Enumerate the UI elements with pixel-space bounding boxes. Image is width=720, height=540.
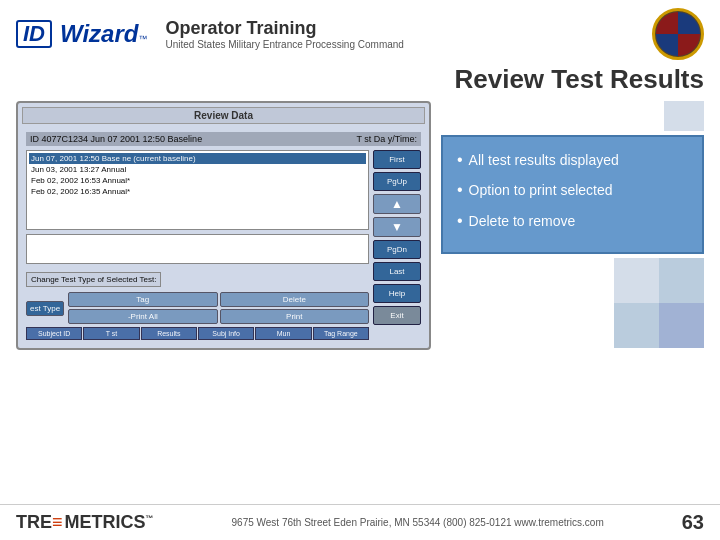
deco-square-top-right	[664, 101, 704, 131]
deco-squares-row2	[441, 303, 704, 348]
sim-id-left: ID 4077C1234 Jun 07 2001 12:50 Baseline	[30, 134, 202, 144]
tab-tag-range[interactable]: Tag Range	[313, 327, 369, 340]
main-content: Review Data ID 4077C1234 Jun 07 2001 12:…	[0, 101, 720, 350]
tab-subject-id[interactable]: Subject ID	[26, 327, 82, 340]
tag-button[interactable]: Tag	[68, 292, 217, 307]
footer-address: 9675 West 76th Street Eden Prairie, MN 5…	[232, 517, 604, 528]
tab-test[interactable]: T st	[83, 327, 139, 340]
list-item[interactable]: Feb 02, 2002 16:53 Annual*	[29, 175, 366, 186]
up-arrow-button[interactable]: ▲	[373, 194, 421, 214]
header: ID Wizard ™ Operator Training United Sta…	[0, 0, 720, 64]
deco-sq-light	[614, 258, 659, 303]
print-all-button[interactable]: -Print All	[68, 309, 217, 324]
logo-id: ID	[16, 20, 52, 48]
bullets-panel: • All test results displayed • Option to…	[441, 101, 704, 350]
pgup-button[interactable]: PgUp	[373, 172, 421, 191]
sim-id-right: T st Da y/Time:	[356, 134, 417, 144]
down-arrow-button[interactable]: ▼	[373, 217, 421, 237]
test-type-button[interactable]: est Type	[26, 301, 64, 316]
sim-main-row: Jun 07, 2001 12:50 Base ne (current base…	[26, 150, 421, 340]
sim-window: Review Data ID 4077C1234 Jun 07 2001 12:…	[16, 101, 431, 350]
first-button[interactable]: First	[373, 150, 421, 169]
exit-button[interactable]: Exit	[373, 306, 421, 325]
deco-sq-mid	[659, 258, 704, 303]
bullet-text-2: Option to print selected	[469, 179, 613, 201]
last-button[interactable]: Last	[373, 262, 421, 281]
sim-titlebar: Review Data	[22, 107, 425, 124]
page-title: Review Test Results	[454, 64, 704, 95]
list-item[interactable]: Jun 07, 2001 12:50 Base ne (current base…	[29, 153, 366, 164]
change-test-label: Change Test Type of Selected Test:	[26, 272, 161, 287]
sim-tabs-row: Subject ID T st Results Subj Info Mun Ta…	[26, 327, 369, 340]
bullet-text-3: Delete to remove	[469, 210, 576, 232]
sim-id-row: ID 4077C1234 Jun 07 2001 12:50 Baseline …	[26, 132, 421, 146]
deco-sq-mid2	[614, 303, 659, 348]
bullet-dot-2: •	[457, 179, 463, 201]
footer-metrics: METRICS™	[65, 512, 154, 533]
delete-button[interactable]: Delete	[220, 292, 369, 307]
tab-subj-info[interactable]: Subj Info	[198, 327, 254, 340]
footer-logo: TRE≡ METRICS™	[16, 512, 154, 533]
pgdn-button[interactable]: PgDn	[373, 240, 421, 259]
tab-mun[interactable]: Mun	[255, 327, 311, 340]
list-item[interactable]: Jun 03, 2001 13:27 Annual	[29, 164, 366, 175]
sim-empty-box	[26, 234, 369, 264]
bullet-item-3: • Delete to remove	[457, 210, 688, 232]
bullet-text-1: All test results displayed	[469, 149, 619, 171]
header-title-block: Operator Training United States Military…	[165, 18, 403, 50]
sim-list-area: Jun 07, 2001 12:50 Base ne (current base…	[26, 150, 369, 340]
badge-inner	[656, 12, 700, 56]
usmepc-subtitle: United States Military Entrance Processi…	[165, 39, 403, 50]
sim-list-box[interactable]: Jun 07, 2001 12:50 Base ne (current base…	[26, 150, 369, 230]
tab-results[interactable]: Results	[141, 327, 197, 340]
sim-bottom-section: Change Test Type of Selected Test: est T…	[26, 268, 369, 324]
bullet-item-1: • All test results displayed	[457, 149, 688, 171]
footer-tre: TRE≡	[16, 512, 63, 533]
footer-page-number: 63	[682, 511, 704, 534]
bullet-dot-3: •	[457, 210, 463, 232]
logo-wizard: Wizard	[60, 20, 138, 48]
deco-sq-dark	[659, 303, 704, 348]
sim-right-buttons: First PgUp ▲ ▼ PgDn Last Help Exit	[373, 150, 421, 340]
print-button[interactable]: Print	[220, 309, 369, 324]
help-button[interactable]: Help	[373, 284, 421, 303]
page-title-row: Review Test Results	[0, 64, 720, 95]
sim-inner: ID 4077C1234 Jun 07 2001 12:50 Baseline …	[22, 128, 425, 344]
footer: TRE≡ METRICS™ 9675 West 76th Street Eden…	[0, 504, 720, 540]
deco-squares	[441, 258, 704, 303]
military-badge	[652, 8, 704, 60]
list-item[interactable]: Feb 02, 2002 16:35 Annual*	[29, 186, 366, 197]
bullet-item-2: • Option to print selected	[457, 179, 688, 201]
logo-tm: ™	[138, 34, 147, 44]
bullet-dot-1: •	[457, 149, 463, 171]
bullets-box: • All test results displayed • Option to…	[441, 135, 704, 254]
header-left: ID Wizard ™ Operator Training United Sta…	[16, 18, 404, 50]
operator-training-title: Operator Training	[165, 18, 403, 39]
